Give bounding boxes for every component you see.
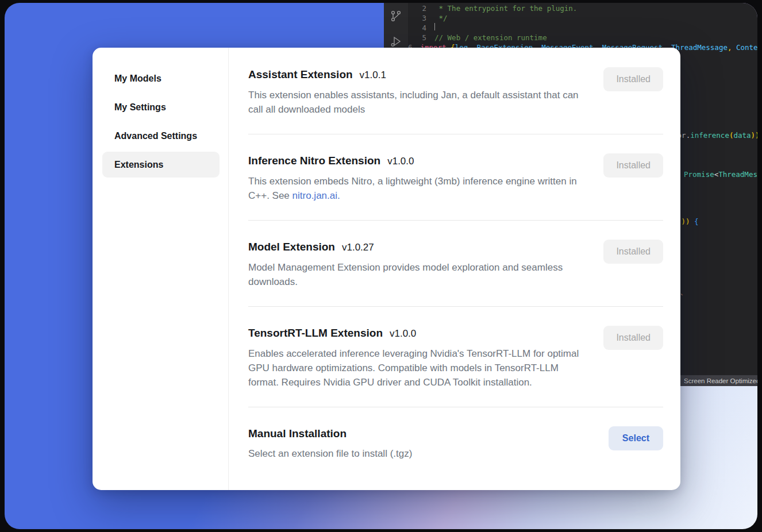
extension-title: Inference Nitro Extensionv1.0.0: [248, 153, 580, 169]
installed-button[interactable]: Installed: [603, 153, 663, 178]
extension-row: TensortRT-LLM Extensionv1.0.0Enables acc…: [248, 306, 663, 407]
extension-description: This extension embeds Nitro, a lightweig…: [248, 174, 580, 203]
code-token: ContentType: [736, 43, 757, 52]
extension-row: Manual InstallationSelect an extension f…: [248, 407, 663, 478]
extension-title: Model Extensionv1.0.27: [248, 240, 580, 255]
code-token: )): [682, 217, 695, 226]
description-text: This extension enables assistants, inclu…: [248, 90, 579, 115]
code-line: 4: [408, 23, 757, 33]
extension-title: TensortRT-LLM Extensionv1.0.0: [248, 326, 580, 341]
extension-name: Manual Installation: [248, 427, 347, 440]
settings-modal: My ModelsMy SettingsAdvanced SettingsExt…: [93, 48, 680, 490]
text-cursor: [434, 23, 435, 30]
line-number: 2: [408, 3, 426, 13]
extension-description: Enables accelerated inference leveraging…: [248, 346, 580, 390]
code-token: `: [680, 293, 684, 302]
code-token: inference: [690, 131, 729, 140]
line-number: 5: [408, 33, 426, 43]
extension-row: Assistant Extensionv1.0.1This extension …: [248, 67, 663, 134]
page-background: 2 * The entrypoint for the plugin.3 */45…: [0, 0, 762, 532]
line-number: 4: [408, 23, 426, 33]
installed-button[interactable]: Installed: [603, 326, 663, 350]
description-text: Model Management Extension provides mode…: [248, 262, 563, 287]
extension-name: TensortRT-LLM Extension: [248, 327, 383, 339]
extension-version: v1.0.1: [360, 70, 386, 80]
line-number: 3: [408, 13, 426, 23]
extension-info: Assistant Extensionv1.0.1This extension …: [248, 67, 580, 117]
code-token: ThreadMessage: [718, 170, 757, 179]
sidebar-item-my-settings[interactable]: My Settings: [102, 94, 220, 120]
sidebar-item-advanced-settings[interactable]: Advanced Settings: [102, 123, 220, 149]
extension-name: Model Extension: [248, 241, 335, 253]
code-token: {: [694, 217, 699, 226]
extension-row: Model Extensionv1.0.27Model Management E…: [248, 220, 663, 306]
screen-reader-status-item: Screen Reader Optimized: [678, 375, 757, 386]
code-token: // Web / extension runtime: [434, 33, 547, 43]
extensions-list: Assistant Extensionv1.0.1This extension …: [229, 48, 680, 490]
extension-name: Inference Nitro Extension: [248, 155, 380, 167]
extension-info: Manual InstallationSelect an extension f…: [248, 426, 412, 461]
code-token: * The entrypoint for the plugin.: [434, 3, 577, 13]
code-token: ThreadMessage: [671, 43, 728, 52]
description-text: Select an extension file to install (.tg…: [248, 448, 412, 459]
extension-title: Manual Installation: [248, 426, 412, 441]
sidebar-item-extensions[interactable]: Extensions: [102, 152, 220, 178]
code-token: )): [751, 131, 757, 140]
description-text: Enables accelerated inference leveraging…: [248, 348, 579, 388]
code-token: */: [434, 13, 448, 23]
extension-description: Model Management Extension provides mode…: [248, 260, 580, 289]
extension-info: Model Extensionv1.0.27Model Management E…: [248, 240, 580, 289]
select-button[interactable]: Select: [609, 426, 663, 450]
code-line: 3 */: [408, 13, 757, 23]
code-fragment: Promise<ThreadMessage>: [684, 170, 757, 179]
hero-panel: 2 * The entrypoint for the plugin.3 */45…: [5, 3, 757, 529]
extension-version: v1.0.0: [387, 156, 414, 167]
code-lines: 2 * The entrypoint for the plugin.3 */45…: [408, 3, 757, 52]
extension-description: This extension enables assistants, inclu…: [248, 88, 580, 117]
code-token: ,: [728, 43, 736, 52]
settings-sidebar: My ModelsMy SettingsAdvanced SettingsExt…: [93, 48, 229, 490]
code-line: 2 * The entrypoint for the plugin.: [408, 3, 757, 13]
installed-button[interactable]: Installed: [603, 67, 663, 91]
sidebar-item-my-models[interactable]: My Models: [102, 65, 220, 91]
code-token: Promise: [684, 170, 714, 179]
extension-info: Inference Nitro Extensionv1.0.0This exte…: [248, 153, 580, 203]
installed-button[interactable]: Installed: [603, 240, 663, 264]
run-debug-icon: [390, 35, 402, 48]
extension-row: Inference Nitro Extensionv1.0.0This exte…: [248, 134, 663, 220]
extension-title: Assistant Extensionv1.0.1: [248, 67, 580, 83]
extension-name: Assistant Extension: [248, 68, 353, 80]
extension-version: v1.0.0: [390, 328, 416, 339]
code-line: 5// Web / extension runtime: [408, 33, 757, 43]
extension-info: TensortRT-LLM Extensionv1.0.0Enables acc…: [248, 326, 580, 390]
source-control-icon: [390, 10, 402, 22]
extension-description: Select an extension file to install (.tg…: [248, 446, 412, 461]
extension-version: v1.0.27: [342, 242, 374, 253]
nitro-jan-ai-link[interactable]: nitro.jan.ai.: [293, 190, 340, 201]
code-token: data: [733, 131, 751, 140]
